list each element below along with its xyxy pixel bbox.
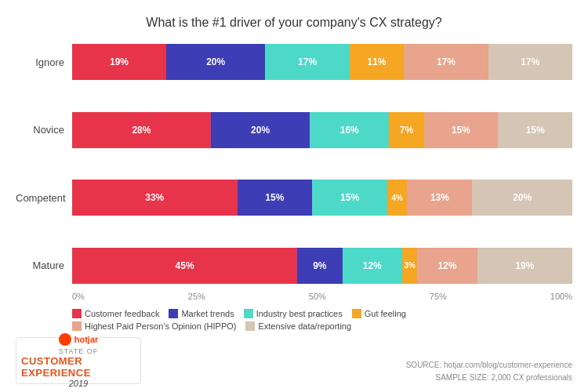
bar-track: 19%20%17%11%17%17% bbox=[72, 44, 572, 80]
badge-state: STATE OF bbox=[59, 347, 99, 355]
x-axis-label: 75% bbox=[430, 292, 447, 301]
legend-label: Customer feedback bbox=[85, 309, 159, 318]
legend-label: Extensive data/reporting bbox=[258, 321, 351, 331]
legend-item-hippo: Highest Paid Person's Opinion (HIPPO) bbox=[72, 321, 236, 331]
bar-segment-market_trends: 20% bbox=[166, 44, 265, 80]
bar-segment-hippo: 12% bbox=[417, 248, 477, 284]
bar-segment-hippo: 13% bbox=[407, 180, 472, 216]
hotjar-badge: hotjar STATE OF CUSTOMER EXPERIENCE 2019 bbox=[16, 337, 141, 384]
bar-segment-gut_feeling: 7% bbox=[389, 112, 423, 148]
badge-year: 2019 bbox=[69, 379, 88, 388]
x-axis-label: 0% bbox=[72, 292, 85, 301]
legend-swatch-customer_feedback bbox=[72, 309, 82, 318]
chart-title: What is the #1 driver of your company's … bbox=[16, 16, 572, 30]
row-label: Mature bbox=[16, 260, 72, 271]
bar-segment-market_trends: 15% bbox=[238, 180, 313, 216]
legend-item-market_trends: Market trends bbox=[169, 309, 234, 318]
bar-segment-hippo: 15% bbox=[424, 112, 499, 148]
bar-segment-customer_feedback: 33% bbox=[72, 180, 238, 216]
x-axis-label: 50% bbox=[309, 292, 326, 301]
x-axis-label: 25% bbox=[188, 292, 205, 301]
badge-cx: CUSTOMER EXPERIENCE bbox=[21, 355, 136, 379]
legend-item-customer_feedback: Customer feedback bbox=[72, 309, 159, 318]
bar-segment-gut_feeling: 3% bbox=[402, 248, 417, 284]
bar-segment-industry_best: 15% bbox=[312, 180, 387, 216]
legend-item-gut_feeling: Gut feeling bbox=[352, 309, 406, 318]
bar-segment-extensive_data: 19% bbox=[477, 248, 572, 284]
hotjar-icon bbox=[59, 333, 71, 346]
bar-segment-extensive_data: 17% bbox=[488, 44, 572, 80]
bar-track: 45%9%12%3%12%19% bbox=[72, 248, 572, 284]
row-label: Ignore bbox=[16, 56, 72, 68]
bar-row: Mature45%9%12%3%12%19% bbox=[16, 248, 572, 284]
bar-segment-industry_best: 17% bbox=[265, 44, 349, 80]
bar-segment-hippo: 17% bbox=[404, 44, 488, 80]
chart-area: Ignore19%20%17%11%17%17%Novice28%20%16%7… bbox=[16, 44, 572, 289]
bar-segment-gut_feeling: 11% bbox=[350, 44, 404, 80]
row-label: Novice bbox=[16, 124, 72, 136]
bar-segment-market_trends: 9% bbox=[297, 248, 342, 284]
source-line2: SAMPLE SIZE: 2,000 CX professionals bbox=[406, 372, 572, 384]
legend-area: Customer feedbackMarket trendsIndustry b… bbox=[72, 309, 572, 331]
bar-segment-customer_feedback: 19% bbox=[72, 44, 166, 80]
bar-segment-extensive_data: 20% bbox=[472, 180, 572, 216]
hotjar-label: hotjar bbox=[74, 335, 99, 344]
bar-segment-customer_feedback: 45% bbox=[72, 248, 297, 284]
bottom-area: hotjar STATE OF CUSTOMER EXPERIENCE 2019… bbox=[16, 337, 572, 384]
legend-swatch-gut_feeling bbox=[352, 309, 361, 318]
x-axis: 0%25%50%75%100% bbox=[72, 292, 572, 301]
bar-segment-industry_best: 12% bbox=[343, 248, 403, 284]
hotjar-logo-row: hotjar bbox=[59, 333, 99, 346]
bar-track: 28%20%16%7%15%15% bbox=[72, 112, 572, 148]
chart-container: What is the #1 driver of your company's … bbox=[0, 0, 588, 392]
bar-row: Competent33%15%15%4%13%20% bbox=[16, 180, 572, 216]
source-text: SOURCE: hotjar.com/blog/customer-experie… bbox=[406, 359, 572, 384]
legend-swatch-extensive_data bbox=[245, 321, 255, 331]
bar-segment-customer_feedback: 28% bbox=[72, 112, 211, 148]
bar-segment-gut_feeling: 4% bbox=[387, 180, 408, 216]
legend-label: Gut feeling bbox=[365, 309, 406, 318]
legend-item-extensive_data: Extensive data/reporting bbox=[245, 321, 351, 331]
legend-swatch-industry_best bbox=[244, 309, 253, 318]
legend-label: Industry best practices bbox=[256, 309, 343, 318]
x-axis-label: 100% bbox=[550, 292, 572, 301]
bar-track: 33%15%15%4%13%20% bbox=[72, 180, 572, 216]
bar-segment-market_trends: 20% bbox=[211, 112, 310, 148]
row-label: Competent bbox=[16, 192, 72, 204]
legend-item-industry_best: Industry best practices bbox=[244, 309, 343, 318]
bar-segment-industry_best: 16% bbox=[310, 112, 389, 148]
legend-swatch-hippo bbox=[72, 321, 82, 331]
legend-label: Market trends bbox=[181, 309, 234, 318]
bar-segment-extensive_data: 15% bbox=[498, 112, 572, 148]
bar-row: Novice28%20%16%7%15%15% bbox=[16, 112, 572, 148]
source-line1: SOURCE: hotjar.com/blog/customer-experie… bbox=[406, 359, 572, 372]
legend-label: Highest Paid Person's Opinion (HIPPO) bbox=[85, 321, 236, 331]
legend-swatch-market_trends bbox=[169, 309, 178, 318]
bar-row: Ignore19%20%17%11%17%17% bbox=[16, 44, 572, 80]
